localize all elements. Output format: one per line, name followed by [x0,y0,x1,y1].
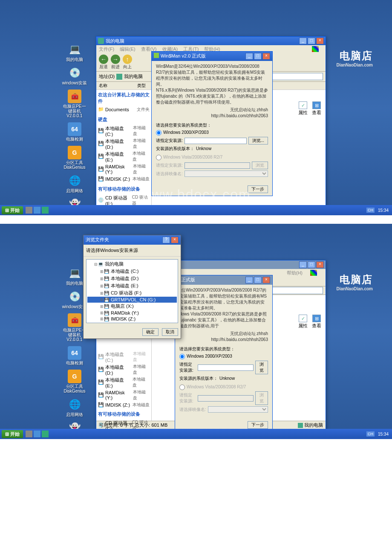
maximize-button[interactable]: □ [254,277,262,283]
col-type[interactable]: 类型 [137,83,146,89]
view-mode-button[interactable]: ⊞查看 [312,315,321,329]
drive-item[interactable]: 💾 本地磁盘 (C:) 本地磁盘 [98,350,150,363]
quicklaunch-icon[interactable] [26,207,32,214]
close-button[interactable]: × [262,53,270,60]
start-button[interactable]: ⊞开始 [2,430,23,438]
tree-node[interactable]: ⊞💾电脑店 (X:) [87,303,177,310]
browse-button-1[interactable]: 浏览 [255,361,268,374]
windows-flag-icon [312,46,319,52]
ok-button[interactable]: 确定 [142,328,159,336]
tree-node[interactable]: ⊞💾GRTMPVOL_CN (G:) [87,297,177,303]
start-button[interactable]: ⊞开始 [2,206,23,214]
documents-item[interactable]: 📁 Documents 文件夹 [98,106,150,113]
drive-item[interactable]: 💾IMDISK (Z:)本地磁盘 [98,176,150,182]
radio-vista-input[interactable] [179,384,185,390]
help-button[interactable]: ? [162,237,170,243]
menu-edit[interactable]: 编辑(E) [120,46,135,52]
back-button[interactable]: ←后退 [99,55,108,70]
close-button[interactable]: × [262,277,270,283]
minimize-button[interactable]: _ [245,53,253,60]
view-mode-button[interactable]: ⊞查看 [312,101,321,116]
desktop-icon[interactable]: 💿windows安装 [62,66,87,85]
status-right: 我的电脑 [298,422,323,428]
folder-tree[interactable]: ⊟💻我的电脑 ⊞💾本地磁盘 (C:)⊞💾本地磁盘 (D:)⊞💾本地磁盘 (E:)… [86,259,178,323]
quicklaunch-icon[interactable] [34,431,40,437]
installer-titlebar[interactable]: 0 正式版 _ □ × [175,275,272,285]
drive-item[interactable]: 💾本地磁盘 (D:)本地磁盘 [98,363,150,376]
taskbar: ⊞开始 CH 15:34 [0,429,392,439]
radio-xp[interactable]: Windows 2000/XP/2003 [179,353,268,359]
quicklaunch-icon[interactable] [26,431,32,437]
cancel-button[interactable]: 取消 [162,328,178,336]
up-button[interactable]: ↑向上 [123,55,132,70]
close-button[interactable]: × [316,38,324,44]
next-button[interactable]: 下一步 [248,185,268,193]
tree-node[interactable]: ⊞💾本地磁盘 (D:) [87,275,177,282]
tree-node[interactable]: ⊞💾IMDISK (Z:) [87,316,177,322]
tree-node[interactable]: ⊞💾RAMDisk (Y:) [87,310,177,316]
drive-item[interactable]: 💾本地磁盘 (E:)本地磁盘 [98,150,150,163]
maximize-button[interactable]: □ [308,261,315,268]
installer-titlebar[interactable]: Win$Man v2.0 正式版 _ □ × [152,52,272,61]
col-name[interactable]: 名称 [99,83,137,89]
desktop-icon[interactable]: G分区工具 DiskGenius [62,146,87,170]
drive-item[interactable]: 💾本地磁盘 (E:)本地磁盘 [98,376,150,389]
close-button[interactable]: × [171,237,179,243]
drive-icon: 💾 [104,298,110,302]
browse-titlebar[interactable]: 浏览文件夹 ? × [84,235,181,245]
tree-node[interactable]: ⊞💾本地磁盘 (E:) [87,282,177,289]
clock[interactable]: 15:34 [376,432,390,436]
tree-root[interactable]: ⊟💻我的电脑 [87,260,177,268]
quicklaunch-icon[interactable] [42,431,49,437]
tree-node[interactable]: ⊞💾本地磁盘 (C:) [87,268,177,275]
radio-xp[interactable]: Windows 2000/XP/2003 [156,130,268,136]
quicklaunch-icon[interactable] [42,207,49,214]
view-properties[interactable]: ✓属性 [298,315,308,329]
src-input[interactable] [198,364,254,371]
installer-title-partial: 0 正式版 [177,277,245,283]
radio-xp-input[interactable] [179,354,185,359]
system-tray: CH 15:34 [366,208,390,213]
desktop-icon[interactable]: 64电脑检测 [62,346,87,365]
section-removable: 有可移动存储的设备 [98,186,150,192]
section-removable: 有可移动存储的设备 [98,411,150,417]
maximize-button[interactable]: □ [254,53,262,60]
desktop-icon[interactable]: G分区工具 DiskGenius [62,370,87,393]
maximize-button[interactable]: □ [308,38,315,44]
view-properties[interactable]: ✓属性 [298,101,308,116]
radio-vista[interactable]: Windows Vista/2008/2008 R2/7 [179,384,268,390]
src-label: 请指定安装源: [179,361,196,373]
desktop-icon[interactable]: 64电脑检测 [62,122,87,142]
minimize-button[interactable]: _ [245,277,253,283]
quicklaunch-icon[interactable] [34,207,40,214]
next-button[interactable]: 下一步 [248,421,268,429]
minimize-button[interactable]: _ [299,38,307,44]
language-indicator[interactable]: CH [366,208,375,213]
desktop-icon[interactable]: 🌐启用网络 [62,398,87,417]
drive-item[interactable]: 💾RAMDisk (Y:)本地磁盘 [98,163,150,176]
minimize-button[interactable]: _ [299,261,307,268]
drive-item[interactable]: 💾本地磁盘 (C:)本地磁盘 [98,124,150,137]
clock[interactable]: 15:34 [376,208,390,213]
desktop-icon[interactable]: 💻我的电脑 [62,43,87,62]
icon-label: 启用网络 [62,412,87,417]
drive-item[interactable]: 💾本地磁盘 (D:)本地磁盘 [98,137,150,150]
radio-xp-input[interactable] [156,130,161,136]
src-label: 请指定安装源: [156,138,183,144]
radio-vista-input[interactable] [156,155,161,160]
forward-button[interactable]: →前进 [111,55,120,70]
close-button[interactable]: × [316,261,324,268]
desktop-icon[interactable]: 🧰电脑店PE一键装机 V2.0.0.1 [62,90,87,118]
menu-file[interactable]: 文件(F) [99,46,114,52]
drive-item[interactable]: 💾IMDISK (Z:)本地磁盘 [98,402,150,408]
tree-node[interactable]: ⊞💾控制面板 [87,322,177,323]
drive-item[interactable]: 💾RAMDisk (Y:)本地磁盘 [98,389,150,402]
src-input[interactable] [184,138,247,144]
browse-button-1[interactable]: 浏览... [248,137,268,145]
radio-vista[interactable]: Windows Vista/2008/2008 R2/7 [156,154,268,160]
tree-node[interactable]: ⊞💾CD 驱动器 (F:) [87,289,177,297]
titlebar[interactable]: 我的电脑 _ □ × [96,37,326,45]
menu-help[interactable]: 帮助(H) [287,270,303,275]
desktop-icon[interactable]: 🌐启用网络 [62,174,87,193]
language-indicator[interactable]: CH [366,431,375,436]
